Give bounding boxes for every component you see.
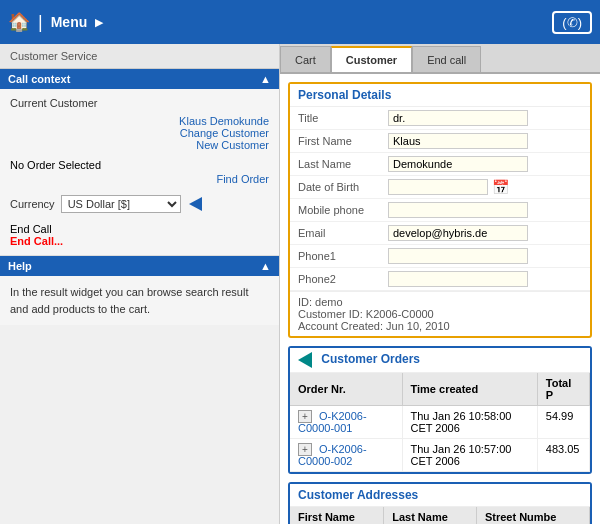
table-row: Title [290, 107, 590, 130]
field-label: First Name [290, 130, 380, 153]
id-line: ID: demo [298, 296, 582, 308]
customer-orders-title: Customer Orders [290, 348, 590, 373]
end-call-row: End Call End Call... [10, 223, 269, 247]
personal-details-section: Personal Details Title First Name Last N… [288, 82, 592, 338]
email-input[interactable] [388, 225, 528, 241]
customer-addresses-title: Customer Addresses [290, 484, 590, 507]
orders-table: Order Nr. Time created Total P + O-K2006… [290, 373, 590, 472]
help-body-text: In the result widget you can browse sear… [0, 276, 279, 325]
right-panel: Personal Details Title First Name Last N… [280, 74, 600, 524]
addresses-table: First Name Last Name Street Numbe [290, 507, 590, 524]
tab-end-call[interactable]: End call [412, 46, 481, 72]
account-created-line: Account Created: Jun 10, 2010 [298, 320, 582, 332]
phone1-input[interactable] [388, 248, 528, 264]
col-street-number: Street Numbe [476, 507, 589, 524]
tabs-bar: Cart Customer End call [280, 44, 600, 74]
id-info: ID: demo Customer ID: K2006-C0000 Accoun… [290, 291, 590, 336]
field-label: Email [290, 222, 380, 245]
order-row: + O-K2006-C0000-001 Thu Jan 26 10:58:00 … [290, 406, 590, 439]
call-context-arrow: ▲ [260, 73, 271, 85]
field-label: Phone1 [290, 245, 380, 268]
call-context-body: Current Customer Klaus Demokunde Change … [0, 89, 279, 256]
table-row: Email [290, 222, 590, 245]
top-bar-divider: | [38, 12, 43, 33]
help-arrow: ▲ [260, 260, 271, 272]
top-bar: 🏠 | Menu ▶ (✆) [0, 0, 600, 44]
field-label: Title [290, 107, 380, 130]
order-2-total: 483.05 [537, 439, 589, 472]
tab-customer[interactable]: Customer [331, 46, 412, 72]
help-header[interactable]: Help ▲ [0, 256, 279, 276]
field-label: Last Name [290, 153, 380, 176]
arrow-indicator [189, 197, 202, 211]
call-context-header[interactable]: Call context ▲ [0, 69, 279, 89]
current-customer-label: Current Customer [10, 97, 269, 109]
end-call-link[interactable]: End Call... [10, 235, 63, 247]
personal-details-table: Title First Name Last Name Date of [290, 107, 590, 291]
order-row: + O-K2006-C0000-002 Thu Jan 26 10:57:00 … [290, 439, 590, 472]
currency-select[interactable]: US Dollar [$] Euro [€] British Pound [£] [61, 195, 181, 213]
change-customer-link[interactable]: Change Customer [10, 127, 269, 139]
dob-input[interactable] [388, 179, 488, 195]
col-total: Total P [537, 373, 589, 406]
col-order-nr: Order Nr. [290, 373, 402, 406]
customer-id-line: Customer ID: K2006-C0000 [298, 308, 582, 320]
table-row: Mobile phone [290, 199, 590, 222]
klaus-demokunde-link[interactable]: Klaus Demokunde [10, 115, 269, 127]
new-customer-link[interactable]: New Customer [10, 139, 269, 151]
orders-arrow-icon [298, 352, 312, 368]
no-order-section: No Order Selected Find Order [10, 159, 269, 185]
help-section: Help ▲ In the result widget you can brow… [0, 256, 279, 325]
home-icon[interactable]: 🏠 [8, 11, 30, 33]
orders-title-text: Customer Orders [321, 352, 420, 366]
table-row: Phone1 [290, 245, 590, 268]
tab-cart[interactable]: Cart [280, 46, 331, 72]
title-input[interactable] [388, 110, 528, 126]
find-order-link[interactable]: Find Order [216, 173, 269, 185]
end-call-label: End Call [10, 223, 52, 235]
customer-links: Klaus Demokunde Change Customer New Cust… [10, 115, 269, 151]
table-row: Phone2 [290, 268, 590, 291]
mobile-phone-input[interactable] [388, 202, 528, 218]
order-1-time: Thu Jan 26 10:58:00 CET 2006 [402, 406, 537, 439]
calendar-icon[interactable]: 📅 [492, 179, 509, 195]
customer-addresses-section: Customer Addresses First Name Last Name … [288, 482, 592, 524]
menu-arrow-icon: ▶ [95, 16, 103, 29]
currency-row: Currency US Dollar [$] Euro [€] British … [10, 195, 269, 213]
field-label: Mobile phone [290, 199, 380, 222]
call-context-label: Call context [8, 73, 70, 85]
table-row: Date of Birth 📅 [290, 176, 590, 199]
no-order-label: No Order Selected [10, 159, 269, 171]
last-name-input[interactable] [388, 156, 528, 172]
customer-orders-section: Customer Orders Order Nr. Time created T… [288, 346, 592, 474]
order-1-total: 54.99 [537, 406, 589, 439]
menu-label[interactable]: Menu [51, 14, 88, 30]
help-label: Help [8, 260, 32, 272]
field-label: Date of Birth [290, 176, 380, 199]
order-2-time: Thu Jan 26 10:57:00 CET 2006 [402, 439, 537, 472]
col-first-name: First Name [290, 507, 384, 524]
field-label: Phone2 [290, 268, 380, 291]
table-row: Last Name [290, 153, 590, 176]
personal-details-title: Personal Details [290, 84, 590, 107]
col-last-name: Last Name [384, 507, 477, 524]
col-time-created: Time created [402, 373, 537, 406]
left-panel: Customer Service Call context ▲ Current … [0, 44, 280, 524]
phone2-input[interactable] [388, 271, 528, 287]
currency-label: Currency [10, 198, 55, 210]
customer-service-label: Customer Service [0, 44, 279, 69]
phone-widget-icon[interactable]: (✆) [552, 11, 592, 34]
first-name-input[interactable] [388, 133, 528, 149]
table-row: First Name [290, 130, 590, 153]
